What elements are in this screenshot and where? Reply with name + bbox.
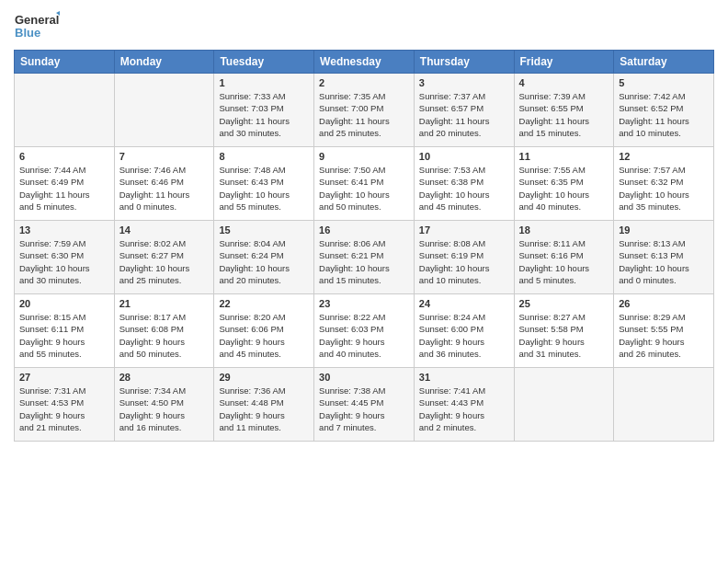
day-number: 22 bbox=[219, 298, 309, 309]
day-info: Sunrise: 8:11 AMSunset: 6:16 PMDaylight:… bbox=[519, 237, 609, 286]
calendar-page: General Blue SundayMondayTuesdayWednesda… bbox=[0, 0, 728, 455]
calendar-cell: 23Sunrise: 8:22 AMSunset: 6:03 PMDayligh… bbox=[314, 294, 415, 368]
day-number: 6 bbox=[19, 151, 109, 162]
day-info: Sunrise: 7:33 AMSunset: 7:03 PMDaylight:… bbox=[219, 90, 309, 139]
day-info: Sunrise: 8:20 AMSunset: 6:06 PMDaylight:… bbox=[219, 311, 309, 360]
day-number: 31 bbox=[419, 372, 509, 383]
day-number: 5 bbox=[619, 77, 709, 88]
svg-text:Blue: Blue bbox=[15, 26, 40, 40]
calendar-cell: 18Sunrise: 8:11 AMSunset: 6:16 PMDayligh… bbox=[514, 221, 614, 294]
day-number: 20 bbox=[19, 298, 109, 309]
day-info: Sunrise: 7:42 AMSunset: 6:52 PMDaylight:… bbox=[619, 90, 709, 139]
day-number: 14 bbox=[119, 224, 210, 236]
day-info: Sunrise: 7:37 AMSunset: 6:57 PMDaylight:… bbox=[419, 90, 509, 139]
day-number: 15 bbox=[219, 224, 309, 236]
calendar-cell: 21Sunrise: 8:17 AMSunset: 6:08 PMDayligh… bbox=[114, 294, 214, 368]
weekday-header: Sunday bbox=[15, 51, 115, 74]
day-info: Sunrise: 7:39 AMSunset: 6:55 PMDaylight:… bbox=[519, 90, 609, 139]
day-info: Sunrise: 8:17 AMSunset: 6:08 PMDaylight:… bbox=[119, 311, 210, 360]
day-number: 29 bbox=[219, 372, 309, 383]
calendar-cell: 22Sunrise: 8:20 AMSunset: 6:06 PMDayligh… bbox=[214, 294, 314, 368]
day-number: 2 bbox=[319, 77, 409, 88]
day-info: Sunrise: 8:06 AMSunset: 6:21 PMDaylight:… bbox=[319, 237, 409, 286]
day-info: Sunrise: 7:57 AMSunset: 6:32 PMDaylight:… bbox=[619, 164, 709, 213]
day-number: 28 bbox=[119, 372, 210, 383]
calendar-body: 1Sunrise: 7:33 AMSunset: 7:03 PMDaylight… bbox=[15, 74, 714, 442]
calendar-week-row: 27Sunrise: 7:31 AMSunset: 4:53 PMDayligh… bbox=[15, 368, 714, 442]
weekday-header: Tuesday bbox=[214, 51, 314, 74]
day-number: 8 bbox=[219, 151, 309, 162]
calendar-cell bbox=[15, 74, 115, 147]
calendar-week-row: 13Sunrise: 7:59 AMSunset: 6:30 PMDayligh… bbox=[15, 221, 714, 294]
day-info: Sunrise: 7:34 AMSunset: 4:50 PMDaylight:… bbox=[119, 385, 210, 433]
calendar-cell bbox=[614, 368, 714, 442]
day-info: Sunrise: 7:55 AMSunset: 6:35 PMDaylight:… bbox=[519, 164, 609, 213]
weekday-header: Saturday bbox=[614, 51, 714, 74]
day-number: 26 bbox=[619, 298, 709, 309]
calendar-cell: 19Sunrise: 8:13 AMSunset: 6:13 PMDayligh… bbox=[614, 221, 714, 294]
calendar-cell: 4Sunrise: 7:39 AMSunset: 6:55 PMDaylight… bbox=[514, 74, 614, 147]
calendar-cell: 27Sunrise: 7:31 AMSunset: 4:53 PMDayligh… bbox=[15, 368, 115, 442]
weekday-header: Monday bbox=[114, 51, 214, 74]
day-info: Sunrise: 8:02 AMSunset: 6:27 PMDaylight:… bbox=[119, 237, 210, 286]
day-info: Sunrise: 8:15 AMSunset: 6:11 PMDaylight:… bbox=[19, 311, 109, 360]
calendar-cell: 16Sunrise: 8:06 AMSunset: 6:21 PMDayligh… bbox=[314, 221, 415, 294]
day-info: Sunrise: 8:22 AMSunset: 6:03 PMDaylight:… bbox=[319, 311, 409, 360]
day-info: Sunrise: 7:35 AMSunset: 7:00 PMDaylight:… bbox=[319, 90, 409, 139]
day-number: 11 bbox=[519, 151, 609, 162]
day-number: 13 bbox=[19, 224, 109, 236]
calendar-cell: 31Sunrise: 7:41 AMSunset: 4:43 PMDayligh… bbox=[414, 368, 514, 442]
day-info: Sunrise: 8:04 AMSunset: 6:24 PMDaylight:… bbox=[219, 237, 309, 286]
calendar-cell: 7Sunrise: 7:46 AMSunset: 6:46 PMDaylight… bbox=[114, 147, 214, 221]
calendar-cell: 28Sunrise: 7:34 AMSunset: 4:50 PMDayligh… bbox=[114, 368, 214, 442]
calendar-cell bbox=[514, 368, 614, 442]
calendar-week-row: 20Sunrise: 8:15 AMSunset: 6:11 PMDayligh… bbox=[15, 294, 714, 368]
day-number: 23 bbox=[319, 298, 409, 309]
weekday-header: Friday bbox=[514, 51, 614, 74]
calendar-table: SundayMondayTuesdayWednesdayThursdayFrid… bbox=[14, 50, 714, 442]
day-number: 25 bbox=[519, 298, 609, 309]
logo-svg: General Blue bbox=[14, 9, 60, 42]
day-info: Sunrise: 7:36 AMSunset: 4:48 PMDaylight:… bbox=[219, 385, 309, 433]
calendar-cell: 3Sunrise: 7:37 AMSunset: 6:57 PMDaylight… bbox=[414, 74, 514, 147]
day-number: 3 bbox=[419, 77, 509, 88]
day-info: Sunrise: 8:08 AMSunset: 6:19 PMDaylight:… bbox=[419, 237, 509, 286]
day-number: 1 bbox=[219, 77, 309, 88]
day-info: Sunrise: 7:53 AMSunset: 6:38 PMDaylight:… bbox=[419, 164, 509, 213]
calendar-header: SundayMondayTuesdayWednesdayThursdayFrid… bbox=[15, 51, 714, 74]
day-number: 4 bbox=[519, 77, 609, 88]
day-number: 10 bbox=[419, 151, 509, 162]
day-number: 30 bbox=[319, 372, 409, 383]
weekday-header: Thursday bbox=[414, 51, 514, 74]
calendar-cell: 11Sunrise: 7:55 AMSunset: 6:35 PMDayligh… bbox=[514, 147, 614, 221]
day-info: Sunrise: 7:46 AMSunset: 6:46 PMDaylight:… bbox=[119, 164, 210, 213]
day-info: Sunrise: 8:24 AMSunset: 6:00 PMDaylight:… bbox=[419, 311, 509, 360]
day-info: Sunrise: 7:41 AMSunset: 4:43 PMDaylight:… bbox=[419, 385, 509, 433]
day-number: 16 bbox=[319, 224, 409, 236]
calendar-cell: 9Sunrise: 7:50 AMSunset: 6:41 PMDaylight… bbox=[314, 147, 415, 221]
day-info: Sunrise: 7:38 AMSunset: 4:45 PMDaylight:… bbox=[319, 385, 409, 433]
weekday-header: Wednesday bbox=[314, 51, 415, 74]
calendar-cell: 29Sunrise: 7:36 AMSunset: 4:48 PMDayligh… bbox=[214, 368, 314, 442]
day-number: 9 bbox=[319, 151, 409, 162]
calendar-cell: 30Sunrise: 7:38 AMSunset: 4:45 PMDayligh… bbox=[314, 368, 415, 442]
calendar-cell: 5Sunrise: 7:42 AMSunset: 6:52 PMDaylight… bbox=[614, 74, 714, 147]
day-number: 7 bbox=[119, 151, 210, 162]
header: General Blue bbox=[14, 9, 714, 42]
calendar-cell: 10Sunrise: 7:53 AMSunset: 6:38 PMDayligh… bbox=[414, 147, 514, 221]
day-info: Sunrise: 7:31 AMSunset: 4:53 PMDaylight:… bbox=[19, 385, 109, 433]
calendar-cell: 24Sunrise: 8:24 AMSunset: 6:00 PMDayligh… bbox=[414, 294, 514, 368]
day-number: 21 bbox=[119, 298, 210, 309]
calendar-cell: 12Sunrise: 7:57 AMSunset: 6:32 PMDayligh… bbox=[614, 147, 714, 221]
day-number: 24 bbox=[419, 298, 509, 309]
calendar-cell: 14Sunrise: 8:02 AMSunset: 6:27 PMDayligh… bbox=[114, 221, 214, 294]
day-number: 17 bbox=[419, 224, 509, 236]
calendar-cell: 15Sunrise: 8:04 AMSunset: 6:24 PMDayligh… bbox=[214, 221, 314, 294]
logo: General Blue bbox=[14, 9, 60, 42]
calendar-cell bbox=[114, 74, 214, 147]
day-number: 19 bbox=[619, 224, 709, 236]
svg-text:General: General bbox=[15, 13, 59, 27]
calendar-cell: 6Sunrise: 7:44 AMSunset: 6:49 PMDaylight… bbox=[15, 147, 115, 221]
calendar-cell: 20Sunrise: 8:15 AMSunset: 6:11 PMDayligh… bbox=[15, 294, 115, 368]
weekday-row: SundayMondayTuesdayWednesdayThursdayFrid… bbox=[15, 51, 714, 74]
